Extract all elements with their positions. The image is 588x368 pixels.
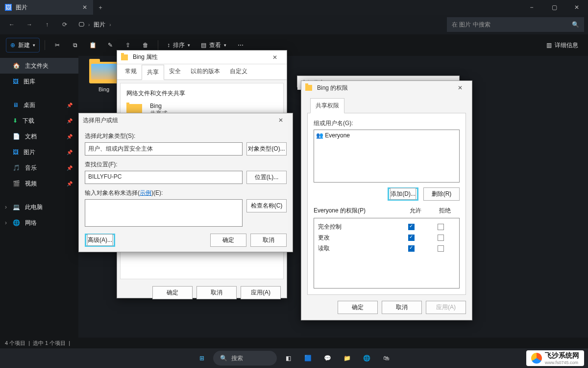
sidebar-item-gallery[interactable]: 🖼图库 [0,74,78,89]
search-input[interactable]: 在 图片 中搜索 🔍 [447,17,584,32]
rename-button[interactable]: ✎ [103,38,118,53]
list-item-everyone[interactable]: 👥 Everyone [316,132,457,139]
properties-title: Bing 属性 [133,53,158,61]
check-names-button[interactable]: 检查名称(C) [246,199,287,212]
object-type-label: 选择此对象类型(S): [85,132,287,140]
object-names-input[interactable] [85,199,243,227]
taskview-button[interactable]: ◧ [280,350,296,367]
permissions-listbox: 完全控制 更改 读取 [314,218,460,289]
maximize-button[interactable]: ▢ [543,0,565,15]
cancel-button[interactable]: 取消 [250,234,287,247]
taskbar-search[interactable]: 🔍搜索 [213,351,277,366]
folder-icon [89,62,119,83]
add-button[interactable]: 添加(D)... [390,188,416,200]
close-window-button[interactable]: ✕ [565,0,588,15]
sidebar-item-downloads[interactable]: ⬇下载📌 [0,113,78,129]
deny-change-checkbox[interactable] [438,235,444,241]
chevron-down-icon: ▾ [33,43,35,48]
tab-share-perm[interactable]: 共享权限 [310,98,344,113]
store-button[interactable]: 🛍 [378,350,394,367]
sidebar-item-desktop[interactable]: 🖥桌面📌 [0,97,78,113]
trash-icon: 🗑 [143,42,148,49]
sidebar-item-network[interactable]: 🌐网络 [0,215,78,231]
up-button[interactable]: ↑ [39,17,55,32]
paste-button[interactable]: 📋 [85,38,100,53]
tab-previous[interactable]: 以前的版本 [186,64,225,79]
scissors-icon: ✂ [55,42,60,49]
allow-change-checkbox[interactable] [408,235,415,241]
users-listbox[interactable]: 👥 Everyone [314,130,460,183]
tab-general[interactable]: 常规 [120,64,142,79]
details-pane-button[interactable]: ▥ 详细信息 [542,38,582,53]
tab-security[interactable]: 安全 [164,64,186,79]
properties-tabs: 常规 共享 安全 以前的版本 自定义 [117,64,287,80]
perm-full: 完全控制 [318,223,396,231]
watermark-brand: 飞沙系统网 www.fs0745.com [526,350,584,366]
new-button[interactable]: ⊕ 新建 ▾ [6,38,40,53]
properties-titlebar[interactable]: Bing 属性 ✕ [117,51,287,64]
pc-icon: 💻 [13,204,20,210]
chat-button[interactable]: 💬 [319,350,336,367]
video-icon: 🎬 [13,180,20,187]
object-types-button[interactable]: 对象类型(O)... [246,142,287,156]
ok-button[interactable]: 确定 [210,234,246,247]
permissions-titlebar[interactable]: Bing 的权限 ✕ [301,81,472,95]
allow-read-checkbox[interactable] [408,245,415,252]
ok-button[interactable]: 确定 [338,301,378,314]
back-button[interactable]: ← [4,17,20,32]
taskbar: ⊞ 🔍搜索 ◧ 🟦 💬 📁 🌐 🛍 ^ 中 [0,348,588,368]
tab-pictures[interactable]: 🖼 图片 ✕ [0,0,93,15]
sidebar-item-documents[interactable]: 📄文档📌 [0,129,78,144]
allow-full-checkbox[interactable] [408,224,415,230]
pin-icon: 📌 [67,103,73,108]
group-label: 组或用户名(G): [314,119,460,128]
download-icon: ⬇ [13,117,18,124]
music-icon: 🎵 [13,164,20,171]
start-button[interactable]: ⊞ [194,350,210,367]
close-icon[interactable]: ✕ [273,115,289,126]
copy-icon: ⧉ [73,42,77,49]
minimize-button[interactable]: − [520,0,543,15]
explorer-button[interactable]: 📁 [339,350,355,367]
close-icon[interactable]: ✕ [267,52,283,63]
deny-full-checkbox[interactable] [438,224,444,230]
copy-button[interactable]: ⧉ [68,38,82,53]
apply-button[interactable]: 应用(A) [426,301,466,314]
pin-icon: 📌 [67,118,73,124]
sidebar-item-pictures[interactable]: 🖼图片📌 [0,144,78,160]
forward-button[interactable]: → [22,17,37,32]
refresh-button[interactable]: ⟳ [57,17,73,32]
toolbar: ⊕ 新建 ▾ ✂ ⧉ 📋 ✎ ⇪ 🗑 ↕ 排序 ▾ ▤ 查看 ▾ ⋯ ▥ 详细信… [0,34,588,56]
share-icon: ⇪ [125,42,130,49]
tab-custom[interactable]: 自定义 [225,64,252,79]
deny-read-checkbox[interactable] [438,245,444,252]
new-tab-button[interactable]: ＋ [93,0,108,15]
cancel-button[interactable]: 取消 [196,286,237,299]
sidebar-item-music[interactable]: 🎵音乐📌 [0,160,78,176]
tab-title: 图片 [16,3,77,12]
pin-icon: 📌 [67,181,73,186]
ok-button[interactable]: 确定 [152,286,193,299]
close-icon[interactable]: ✕ [452,82,468,93]
apply-button[interactable]: 应用(A) [241,286,281,299]
remove-button[interactable]: 删除(R) [423,187,460,201]
cut-button[interactable]: ✂ [50,38,65,53]
cancel-button[interactable]: 取消 [382,301,422,314]
close-tab-icon[interactable]: ✕ [81,4,88,11]
home-icon: 🏠 [13,62,20,69]
advanced-button[interactable]: 高级(A)... [87,234,113,246]
crumb-pictures[interactable]: 图片 [94,21,105,29]
select-users-titlebar[interactable]: 选择用户或组 ✕ [79,113,293,127]
sidebar-item-videos[interactable]: 🎬视频📌 [0,176,78,191]
sidebar-item-thispc[interactable]: 💻此电脑 [0,199,78,215]
breadcrumb[interactable]: 🖵 › 图片 › [78,21,445,29]
tab-share[interactable]: 共享 [142,65,164,80]
widgets-button[interactable]: 🟦 [299,350,316,367]
edge-button[interactable]: 🌐 [358,350,375,367]
locations-button[interactable]: 位置(L)... [246,171,287,184]
plus-circle-icon: ⊕ [10,42,15,49]
example-link[interactable]: 示例 [140,189,151,196]
sidebar-item-home[interactable]: 🏠主文件夹 [0,58,78,74]
search-icon: 🔍 [572,21,579,28]
ellipsis-icon: ⋯ [238,42,244,49]
